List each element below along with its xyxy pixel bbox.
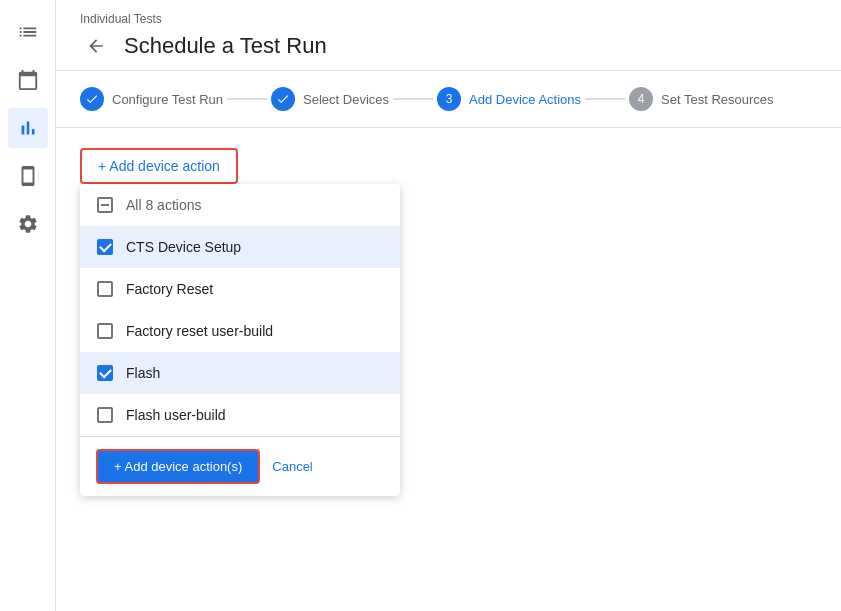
checkbox-factory-reset-icon bbox=[96, 280, 114, 298]
dropdown-item-flash-label: Flash bbox=[126, 365, 160, 381]
step-1: Configure Test Run bbox=[80, 87, 223, 111]
sidebar-item-settings[interactable] bbox=[8, 204, 48, 244]
page-header: Individual Tests Schedule a Test Run bbox=[56, 0, 841, 71]
checkbox-unchecked-flash-user bbox=[97, 407, 113, 423]
sidebar-item-list[interactable] bbox=[8, 12, 48, 52]
connector-2-3 bbox=[393, 98, 433, 100]
checkbox-indeterminate bbox=[97, 197, 113, 213]
dropdown-item-factory-reset[interactable]: Factory Reset bbox=[80, 268, 400, 310]
sidebar-item-chart[interactable] bbox=[8, 108, 48, 148]
dropdown-item-factory-reset-user[interactable]: Factory reset user-build bbox=[80, 310, 400, 352]
dropdown-item-all[interactable]: All 8 actions bbox=[80, 184, 400, 226]
add-device-action-button[interactable]: + Add device action bbox=[80, 148, 238, 184]
connector-3-4 bbox=[585, 98, 625, 100]
dropdown-item-flash[interactable]: Flash bbox=[80, 352, 400, 394]
dropdown-item-cts[interactable]: CTS Device Setup bbox=[80, 226, 400, 268]
cancel-button[interactable]: Cancel bbox=[272, 459, 312, 474]
step-2-circle bbox=[271, 87, 295, 111]
sidebar bbox=[0, 0, 56, 611]
step-3-circle: 3 bbox=[437, 87, 461, 111]
dropdown-footer: + Add device action(s) Cancel bbox=[80, 436, 400, 496]
step-1-circle bbox=[80, 87, 104, 111]
sidebar-item-calendar[interactable] bbox=[8, 60, 48, 100]
dropdown-item-cts-label: CTS Device Setup bbox=[126, 239, 241, 255]
page-title: Schedule a Test Run bbox=[124, 33, 327, 59]
checkbox-unchecked-factory-reset bbox=[97, 281, 113, 297]
dropdown-item-factory-reset-user-label: Factory reset user-build bbox=[126, 323, 273, 339]
sidebar-item-device[interactable] bbox=[8, 156, 48, 196]
breadcrumb: Individual Tests bbox=[80, 12, 817, 26]
dropdown-item-factory-reset-label: Factory Reset bbox=[126, 281, 213, 297]
dropdown-item-flash-user[interactable]: Flash user-build bbox=[80, 394, 400, 436]
stepper: Configure Test Run Select Devices 3 Add … bbox=[56, 71, 841, 128]
checkbox-checked-flash bbox=[97, 365, 113, 381]
dropdown-panel: All 8 actions CTS Device Setup Factory R… bbox=[80, 184, 400, 496]
checkbox-checked-cts bbox=[97, 239, 113, 255]
content-area: + Add device action All 8 actions CTS De… bbox=[56, 128, 841, 611]
checkbox-flash-user-icon bbox=[96, 406, 114, 424]
checkbox-all-icon bbox=[96, 196, 114, 214]
checkbox-cts-icon bbox=[96, 238, 114, 256]
dropdown-list: All 8 actions CTS Device Setup Factory R… bbox=[80, 184, 400, 436]
checkbox-unchecked-factory-reset-user bbox=[97, 323, 113, 339]
connector-1-2 bbox=[227, 98, 267, 100]
step-3-label: Add Device Actions bbox=[469, 92, 581, 107]
step-3: 3 Add Device Actions bbox=[437, 87, 581, 111]
step-4-circle: 4 bbox=[629, 87, 653, 111]
step-1-label: Configure Test Run bbox=[112, 92, 223, 107]
step-2: Select Devices bbox=[271, 87, 389, 111]
checkbox-flash-icon bbox=[96, 364, 114, 382]
checkbox-factory-reset-user-icon bbox=[96, 322, 114, 340]
step-4-label: Set Test Resources bbox=[661, 92, 773, 107]
step-4: 4 Set Test Resources bbox=[629, 87, 773, 111]
main-content: Individual Tests Schedule a Test Run Con… bbox=[56, 0, 841, 611]
dropdown-item-flash-user-label: Flash user-build bbox=[126, 407, 226, 423]
back-button[interactable] bbox=[80, 30, 112, 62]
step-2-label: Select Devices bbox=[303, 92, 389, 107]
dropdown-item-all-label: All 8 actions bbox=[126, 197, 201, 213]
add-device-actions-button[interactable]: + Add device action(s) bbox=[96, 449, 260, 484]
